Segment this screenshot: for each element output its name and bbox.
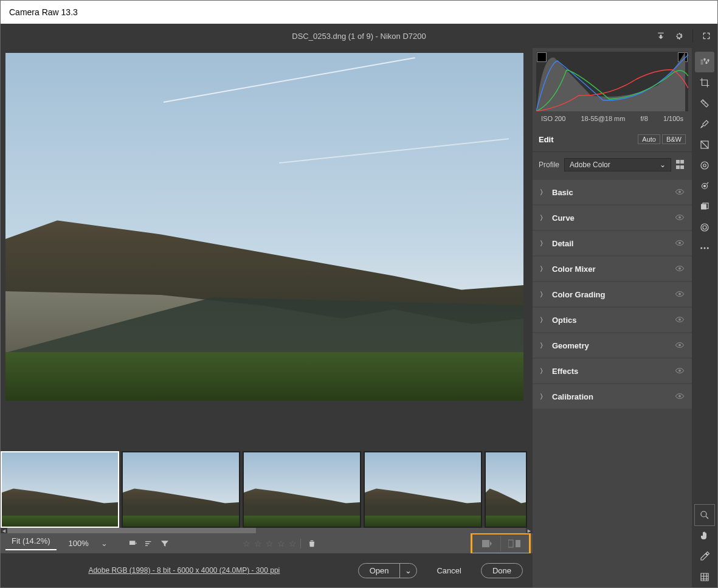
auto-button[interactable]: Auto [638, 134, 660, 144]
trash-icon[interactable] [300, 539, 317, 548]
bw-button[interactable]: B&W [662, 134, 686, 144]
filmstrip[interactable]: ◄ ► [1, 451, 533, 533]
svg-point-25 [700, 247, 702, 249]
panel-geometry[interactable]: 〉Geometry [533, 333, 692, 358]
open-dropdown-icon[interactable]: ⌄ [399, 564, 416, 578]
snapshots-tool-icon[interactable] [695, 196, 714, 217]
edit-tool-icon[interactable] [695, 52, 714, 72]
visibility-icon[interactable] [675, 239, 685, 248]
panel-effects[interactable]: 〉Effects [533, 359, 692, 383]
rating-star-1[interactable]: ☆ [243, 539, 250, 548]
settings-icon[interactable] [674, 31, 684, 41]
zoom-value-button[interactable]: 100% [63, 539, 95, 548]
cancel-button[interactable]: Cancel [426, 564, 472, 578]
more-tool-icon[interactable] [695, 238, 714, 258]
visibility-icon[interactable] [675, 213, 685, 223]
chevron-right-icon: 〉 [540, 316, 545, 325]
fullscreen-icon[interactable] [702, 31, 711, 41]
svg-point-4 [678, 190, 681, 193]
color-sampler-tool-icon[interactable] [695, 546, 714, 567]
save-icon[interactable] [656, 31, 666, 41]
top-bar: DSC_0253.dng (1 of 9) - Nikon D7200 [1, 24, 717, 48]
panel-label: Detail [552, 239, 573, 248]
visibility-icon[interactable] [675, 265, 685, 274]
panel-color-grading[interactable]: 〉Color Grading [533, 282, 692, 306]
svg-point-23 [701, 224, 708, 231]
thumbnail[interactable] [364, 451, 482, 528]
thumbnail[interactable] [243, 451, 361, 528]
focal-value: 18-55@18 mm [581, 115, 626, 122]
thumbnail[interactable] [485, 451, 527, 528]
profile-select[interactable]: Adobe Color ⌄ [564, 158, 671, 171]
file-name: DSC_0253.dng (1 of 9) [292, 32, 373, 41]
before-after-toggle[interactable] [474, 536, 500, 552]
compare-view-toggles [474, 536, 528, 552]
visibility-icon[interactable] [675, 316, 685, 325]
fit-zoom-button[interactable]: Fit (14.2%) [5, 536, 57, 550]
svg-rect-1 [482, 540, 489, 547]
panel-calibration[interactable]: 〉Calibration [533, 384, 692, 409]
svg-point-24 [703, 226, 706, 229]
linear-gradient-tool-icon[interactable] [695, 134, 714, 155]
visibility-icon[interactable] [675, 392, 685, 401]
filmstrip-scrollbar[interactable]: ◄ ► [1, 528, 533, 533]
thumbnail[interactable] [1, 451, 119, 528]
image-menu-icon[interactable] [128, 539, 138, 548]
svg-point-11 [678, 369, 681, 372]
rating-star-5[interactable]: ☆ [289, 539, 297, 548]
chevron-right-icon: 〉 [540, 367, 545, 376]
panel-label: Geometry [552, 341, 589, 350]
brush-tool-icon[interactable] [695, 114, 714, 134]
filter-icon[interactable] [160, 539, 170, 548]
visibility-icon[interactable] [675, 341, 685, 350]
preview-photo [5, 53, 523, 401]
split-view-toggle[interactable] [500, 536, 528, 552]
aperture-value: f/8 [641, 115, 648, 122]
crop-tool-icon[interactable] [695, 72, 714, 93]
svg-point-18 [703, 164, 706, 167]
rating-star-2[interactable]: ☆ [254, 539, 262, 548]
redeye-tool-icon[interactable] [695, 176, 714, 196]
panel-detail[interactable]: 〉Detail [533, 231, 692, 255]
panel-curve[interactable]: 〉Curve [533, 206, 692, 230]
presets-tool-icon[interactable] [695, 217, 714, 238]
rating-star-3[interactable]: ☆ [266, 539, 274, 548]
sort-icon[interactable] [144, 539, 154, 548]
chevron-right-icon: 〉 [540, 392, 545, 401]
hand-tool-icon[interactable] [695, 525, 714, 546]
visibility-icon[interactable] [675, 188, 685, 197]
panel-label: Basic [552, 188, 573, 197]
svg-point-6 [678, 241, 681, 244]
open-button[interactable]: Open ⌄ [358, 563, 418, 578]
panel-color-mixer[interactable]: 〉Color Mixer [533, 257, 692, 281]
svg-point-10 [678, 344, 681, 346]
rating-star-4[interactable]: ☆ [277, 539, 285, 548]
panel-label: Calibration [552, 392, 593, 401]
thumbnail[interactable] [122, 451, 240, 528]
zoom-dropdown-icon[interactable]: ⌄ [101, 539, 108, 548]
histogram[interactable] [536, 52, 688, 111]
tool-column [692, 48, 717, 587]
image-preview-area[interactable] [1, 48, 533, 451]
heal-tool-icon[interactable] [695, 93, 714, 114]
zoom-tool-icon[interactable] [695, 505, 714, 525]
output-settings-link[interactable]: Adobe RGB (1998) - 8 bit - 6000 x 4000 (… [10, 566, 358, 575]
chevron-right-icon: 〉 [540, 239, 545, 248]
grid-tool-icon[interactable] [695, 567, 714, 587]
radial-gradient-tool-icon[interactable] [695, 155, 714, 176]
svg-rect-3 [516, 540, 520, 547]
svg-point-20 [704, 185, 706, 187]
visibility-icon[interactable] [675, 290, 685, 299]
svg-point-27 [707, 247, 709, 249]
profile-browser-icon[interactable] [676, 160, 686, 170]
svg-point-8 [678, 292, 681, 295]
chevron-right-icon: 〉 [540, 265, 545, 274]
panel-label: Optics [552, 316, 576, 325]
svg-point-28 [701, 511, 706, 517]
panel-optics[interactable]: 〉Optics [533, 308, 692, 332]
done-button[interactable]: Done [481, 563, 523, 578]
panel-basic[interactable]: 〉Basic [533, 180, 692, 204]
profile-value: Adobe Color [570, 161, 610, 169]
camera-model: Nikon D7200 [381, 32, 426, 41]
visibility-icon[interactable] [675, 367, 685, 376]
